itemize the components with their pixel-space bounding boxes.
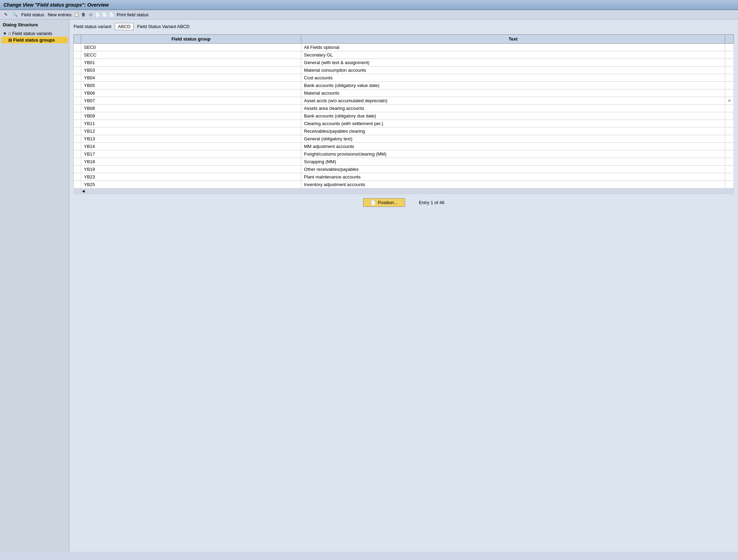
cell-text: Receivables/payables clearing	[301, 128, 725, 135]
sidebar-title: Dialog Structure	[1, 21, 68, 28]
cell-group: YB09	[81, 112, 301, 120]
hscroll-row: ◄	[74, 189, 734, 194]
table-row[interactable]: YB08Assets area clearing accounts	[74, 105, 734, 112]
table-row[interactable]: YB17Freight/customs provisions/clearing …	[74, 150, 734, 158]
cell-text: Material consumption accounts	[301, 67, 725, 74]
cell-text: Bank accounts (obligatory due date)	[301, 112, 725, 120]
cell-group: YB07	[81, 97, 301, 105]
row-selector	[74, 158, 81, 166]
diamond-icon[interactable]: ◇	[88, 12, 93, 17]
new-entries-btn[interactable]: New entries	[46, 12, 72, 18]
row-selector	[74, 143, 81, 150]
scroll-col-header	[725, 35, 734, 44]
col-header-text: Text	[301, 35, 725, 44]
row-selector	[74, 97, 81, 105]
scroll-col	[725, 74, 734, 82]
entry-info: Entry 1 of 46	[419, 200, 445, 205]
table-row[interactable]: YB06Material accounts	[74, 89, 734, 97]
delete-icon[interactable]: 🗑	[81, 12, 86, 17]
row-selector	[74, 67, 81, 74]
hscroll-selector	[74, 189, 81, 194]
row-selector	[74, 135, 81, 143]
field-status-btn[interactable]: Field status	[20, 12, 45, 18]
table-row[interactable]: SECCSecondary GL	[74, 51, 734, 59]
row-selector	[74, 105, 81, 112]
scroll-col	[725, 150, 734, 158]
cell-text: All Fields optional	[301, 44, 725, 51]
variant-value: ABCD	[115, 23, 134, 30]
cell-text: Material accounts	[301, 89, 725, 97]
print-btn[interactable]: Print field status	[115, 12, 150, 18]
doc1-icon[interactable]: 📄	[95, 12, 100, 17]
position-icon: 📄	[370, 200, 376, 205]
scroll-col	[725, 166, 734, 173]
cell-text: Other receivables/payables	[301, 166, 725, 173]
sidebar-item-field-status-variants[interactable]: ▼ □ Field status variants	[1, 30, 68, 37]
table-row[interactable]: YB12Receivables/payables clearing	[74, 128, 734, 135]
table-row[interactable]: YB09Bank accounts (obligatory due date)	[74, 112, 734, 120]
position-label: Position...	[378, 200, 398, 205]
arrow-icon: ▼	[3, 31, 7, 36]
cell-text: MM adjustment accounts	[301, 143, 725, 150]
row-selector	[74, 173, 81, 181]
cell-group: YB01	[81, 59, 301, 67]
scroll-col	[725, 128, 734, 135]
edit-icon: ✎	[3, 12, 9, 17]
scroll-col	[725, 89, 734, 97]
table-row[interactable]: YB07Asset accts (w/o accumulated depreci…	[74, 97, 734, 105]
row-selector	[74, 89, 81, 97]
row-selector	[74, 82, 81, 89]
table-row[interactable]: YB25Inventory adjustment accounts	[74, 181, 734, 189]
table-row[interactable]: YB23Plant maintenance accounts	[74, 173, 734, 181]
hscroll-arrow[interactable]: ◄	[81, 189, 301, 194]
table-row[interactable]: YB05Bank accounts (obligatory value date…	[74, 82, 734, 89]
scroll-col	[725, 59, 734, 67]
cell-group: SEC0	[81, 44, 301, 51]
copy-icon[interactable]: 📋	[74, 12, 79, 17]
content-area: Field status variant ABCD Field Status V…	[69, 19, 738, 552]
doc2-icon[interactable]: 📄	[102, 12, 107, 17]
table-row[interactable]: YB13General (obligatory text)	[74, 135, 734, 143]
hscroll-empty	[301, 189, 725, 194]
cell-group: YB18	[81, 158, 301, 166]
table-row[interactable]: YB01General (with text & assignment)	[74, 59, 734, 67]
cell-text: Bank accounts (obligatory value date)	[301, 82, 725, 89]
row-selector	[74, 44, 81, 51]
cell-group: SECC	[81, 51, 301, 59]
scroll-col	[725, 67, 734, 74]
cell-group: YB05	[81, 82, 301, 89]
table-row[interactable]: YB19Other receivables/payables	[74, 166, 734, 173]
row-selector	[74, 128, 81, 135]
scroll-col	[725, 181, 734, 189]
cell-group: YB06	[81, 89, 301, 97]
table-row[interactable]: YB11Clearing accounts (with settlement p…	[74, 120, 734, 128]
sidebar: Dialog Structure ▼ □ Field status varian…	[0, 19, 69, 552]
cell-text: Freight/customs provisions/clearing (MM)	[301, 150, 725, 158]
position-button[interactable]: 📄 Position...	[363, 198, 405, 207]
search-toolbar-btn[interactable]: 🔍	[11, 11, 19, 18]
row-selector	[74, 120, 81, 128]
scroll-col	[725, 51, 734, 59]
table-row[interactable]: SEC0All Fields optional	[74, 44, 734, 51]
cell-text: Secondary GL	[301, 51, 725, 59]
col-header-group: Field status group	[81, 35, 301, 44]
indent-spacer	[3, 37, 7, 43]
cell-text: Asset accts (w/o accumulated depreciatn)	[301, 97, 725, 105]
cell-group: YB04	[81, 74, 301, 82]
edit-toolbar-btn[interactable]: ✎	[2, 11, 10, 18]
sidebar-item-field-status-groups[interactable]: ⊟ Field status groups	[1, 37, 68, 43]
table-row[interactable]: YB14MM adjustment accounts	[74, 143, 734, 150]
doc3-icon[interactable]: 📄	[109, 12, 114, 17]
table-row[interactable]: YB18Scrapping (MM)	[74, 158, 734, 166]
cell-group: YB08	[81, 105, 301, 112]
cell-text: Inventory adjustment accounts	[301, 181, 725, 189]
new-entries-label: New entries	[48, 12, 71, 17]
table-row[interactable]: YB04Cost accounts	[74, 74, 734, 82]
row-selector	[74, 181, 81, 189]
scroll-col	[725, 112, 734, 120]
scroll-col: ≡	[725, 97, 734, 105]
cell-text: Scrapping (MM)	[301, 158, 725, 166]
scroll-col	[725, 44, 734, 51]
row-selector	[74, 112, 81, 120]
table-row[interactable]: YB03Material consumption accounts	[74, 67, 734, 74]
